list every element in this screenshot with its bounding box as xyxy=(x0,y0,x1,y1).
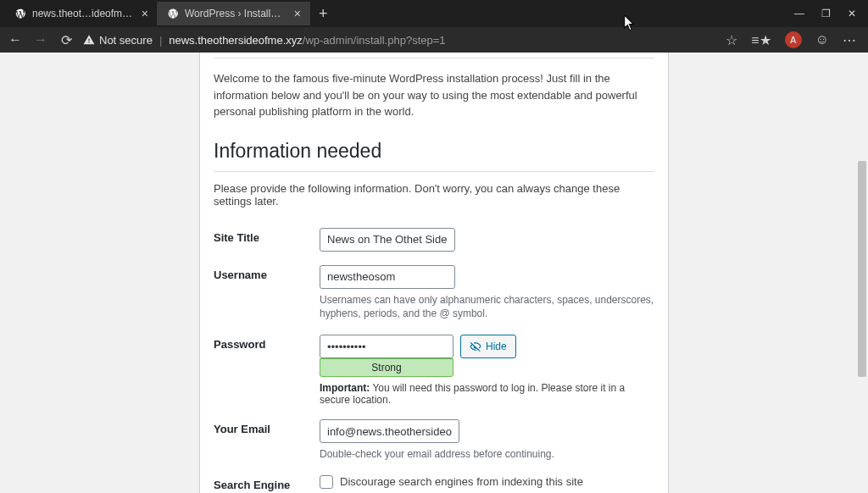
password-strength: Strong xyxy=(320,358,453,377)
tab-bar: news.theot…ideofme.xyz - Install × WordP… xyxy=(0,0,868,27)
search-discourage-label[interactable]: Discourage search engines from indexing … xyxy=(320,475,654,489)
wp-favicon xyxy=(14,7,27,20)
close-window-button[interactable]: ✕ xyxy=(848,8,856,19)
email-input[interactable] xyxy=(320,419,459,443)
menu-icon[interactable]: ⋯ xyxy=(843,32,856,48)
tab-active[interactable]: WordPress › Installation × xyxy=(158,2,310,25)
url-path: /wp-admin/install.php?step=1 xyxy=(303,34,446,47)
scrollbar[interactable] xyxy=(856,53,868,493)
email-desc: Double-check your email address before c… xyxy=(320,447,654,462)
scrollbar-thumb[interactable] xyxy=(858,161,866,377)
search-discourage-checkbox[interactable] xyxy=(320,475,333,489)
feedback-icon[interactable]: ☺ xyxy=(815,32,829,47)
hide-password-button[interactable]: Hide xyxy=(460,335,516,358)
divider xyxy=(214,171,654,172)
search-visibility-label: Search Engine Visibility xyxy=(214,475,320,493)
username-desc: Usernames can have only alphanumeric cha… xyxy=(320,293,654,322)
username-input[interactable] xyxy=(320,265,455,289)
refresh-button[interactable]: ⟳ xyxy=(58,32,75,48)
tab-title: WordPress › Installation xyxy=(185,8,286,19)
password-important: Important: You will need this password t… xyxy=(320,382,654,406)
username-label: Username xyxy=(214,265,320,283)
favorites-list-icon[interactable]: ≡★ xyxy=(751,32,771,48)
password-input[interactable] xyxy=(320,335,453,358)
maximize-button[interactable]: ❐ xyxy=(821,8,831,19)
url-field[interactable]: Not secure | news.theothersideofme.xyz/w… xyxy=(83,34,717,47)
browser-chrome: news.theot…ideofme.xyz - Install × WordP… xyxy=(0,0,868,53)
new-tab-button[interactable]: + xyxy=(310,5,337,23)
tab-title: news.theot…ideofme.xyz - Install xyxy=(32,8,133,19)
wp-favicon xyxy=(166,7,180,20)
minimize-button[interactable]: — xyxy=(794,8,804,19)
close-icon[interactable]: × xyxy=(142,7,148,20)
security-warning: Not secure xyxy=(83,34,153,47)
back-button[interactable]: ← xyxy=(7,32,24,47)
site-title-label: Site Title xyxy=(214,228,320,246)
page-viewport: Welcome to the famous five-minute WordPr… xyxy=(0,53,868,493)
install-form: Site Title Username Usernames can have o… xyxy=(214,221,654,494)
email-label: Your Email xyxy=(214,419,320,437)
page-title: Information needed xyxy=(214,132,654,166)
address-bar: ← → ⟳ Not secure | news.theothersideofme… xyxy=(0,27,868,53)
site-title-input[interactable] xyxy=(320,228,455,252)
profile-avatar[interactable]: A xyxy=(785,31,802,48)
close-icon[interactable]: × xyxy=(294,7,301,20)
hint-text: Please provide the following information… xyxy=(214,182,654,208)
eye-slash-icon xyxy=(470,341,481,352)
tab-inactive[interactable]: news.theot…ideofme.xyz - Install × xyxy=(5,2,158,25)
url-host: news.theothersideofme.xyz xyxy=(169,34,303,47)
password-label: Password xyxy=(214,335,320,352)
intro-text: Welcome to the famous five-minute WordPr… xyxy=(214,58,654,132)
install-card: Welcome to the famous five-minute WordPr… xyxy=(199,53,669,493)
favorite-icon[interactable]: ☆ xyxy=(726,32,737,48)
forward-button[interactable]: → xyxy=(32,32,49,47)
window-controls: — ❐ ✕ xyxy=(794,8,868,19)
